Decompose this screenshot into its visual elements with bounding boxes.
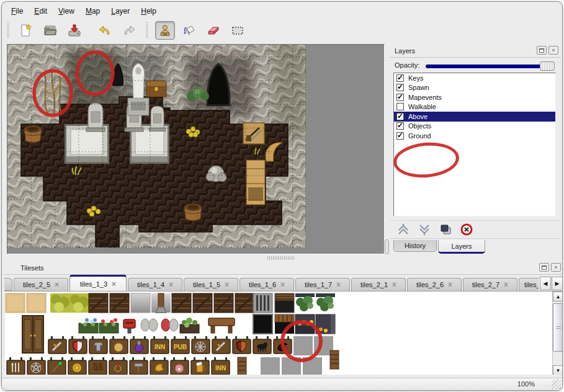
menu-item-layer[interactable]: Layer <box>105 5 135 17</box>
tileset-tile-blackdoor[interactable] <box>253 314 272 334</box>
fill-tool-button[interactable] <box>179 21 199 40</box>
map-canvas[interactable] <box>7 45 384 254</box>
layer-row-ground[interactable]: ✓Ground <box>394 131 555 141</box>
tileset-tab-tiles_1_6[interactable]: tiles_1_6× <box>239 278 294 291</box>
tileset-tab-tiles_2_1[interactable]: tiles_2_1× <box>351 278 406 291</box>
tileset-tile-sign_shield[interactable] <box>69 336 87 354</box>
tileset-tile-mailbox[interactable] <box>123 319 135 333</box>
layer-visibility-checkbox[interactable]: ✓ <box>396 113 404 120</box>
tab-close-icon[interactable]: × <box>112 280 116 288</box>
tileset-tile-plank[interactable] <box>172 293 191 313</box>
tileset-tile-sign_ring[interactable] <box>109 357 127 375</box>
tileset-image[interactable]: INNPUBINN <box>5 292 551 375</box>
tileset-tab-tiles_2_5[interactable]: tiles_2_5× <box>14 278 68 291</box>
tileset-tile-sign_beer[interactable] <box>191 357 209 375</box>
tileset-tile-sand[interactable] <box>27 293 46 313</box>
toolbar-grip[interactable] <box>7 22 9 38</box>
tileset-tile-sign_utensils[interactable] <box>7 357 25 375</box>
tab-close-icon[interactable]: × <box>392 281 396 288</box>
layer-row-spawn[interactable]: ✓Spawn <box>394 83 555 93</box>
select-tool-button[interactable] <box>228 21 248 40</box>
tileset-tile-oval_red[interactable] <box>161 319 178 331</box>
layer-row-objects[interactable]: ✓Objects <box>394 122 555 131</box>
close-panel-button[interactable]: × <box>548 46 558 55</box>
tileset-tile-sign_hangpouch[interactable] <box>171 357 189 375</box>
menu-item-help[interactable]: Help <box>135 5 162 17</box>
float-panel-button[interactable] <box>539 263 549 272</box>
tileset-tile-plank[interactable] <box>89 293 108 313</box>
eraser-tool-button[interactable] <box>204 21 223 40</box>
tileset-tile-flowers_blue[interactable] <box>79 318 98 333</box>
tileset-tile-plank[interactable] <box>235 293 254 313</box>
tileset-tile-sign_hammer[interactable] <box>130 357 148 375</box>
tileset-tab-tiles_1_3[interactable]: tiles_1_3× <box>69 275 127 291</box>
scrollbar-thumb[interactable] <box>553 303 563 352</box>
tileset-tile-sign_inn[interactable]: INN <box>151 336 169 354</box>
tileset-tab-tiles_2[interactable]: tiles_2× <box>519 278 539 291</box>
tileset-tile-graygrad[interactable] <box>131 293 150 313</box>
tileset-tile-sign_armor[interactable] <box>89 336 107 354</box>
save-map-button[interactable] <box>65 21 84 40</box>
tileset-tile-gray[interactable] <box>261 357 280 375</box>
tab-close-icon[interactable]: × <box>225 281 229 288</box>
tileset-tile-sign_pub[interactable]: PUB <box>171 336 189 354</box>
tileset-tile-greenhang[interactable] <box>316 293 335 311</box>
tileset-tab-tiles_2_7[interactable]: tiles_2_7× <box>463 278 517 291</box>
new-map-button[interactable] <box>16 21 36 40</box>
scroll-tabs-right-button[interactable]: ▶ <box>552 277 563 290</box>
tileset-tile-bush[interactable] <box>69 293 89 313</box>
tileset-tile-door[interactable] <box>22 316 43 353</box>
float-panel-button[interactable] <box>537 46 547 55</box>
tileset-tile-sign_sword[interactable] <box>48 336 66 354</box>
tileset-tab-tiles_2_6[interactable]: tiles_2_6× <box>407 278 462 291</box>
resize-grip[interactable] <box>552 380 561 389</box>
tileset-tile-shutter[interactable] <box>275 293 294 313</box>
close-panel-button[interactable]: × <box>551 263 561 272</box>
tileset-tile-post[interactable] <box>151 293 171 313</box>
tileset-tile-bush[interactable] <box>50 293 69 313</box>
tileset-tab-tiles_1_5[interactable]: tiles_1_5× <box>184 278 238 291</box>
tileset-viewport[interactable]: INNPUBINN ▲ ▼ <box>5 291 563 375</box>
layer-visibility-checkbox[interactable]: ✓ <box>396 122 404 130</box>
move-layer-down-button[interactable] <box>417 222 432 237</box>
tab-close-icon[interactable]: × <box>169 281 173 288</box>
menu-item-map[interactable]: Map <box>80 5 105 17</box>
tileset-tile-sign_sword[interactable] <box>212 336 230 354</box>
vertical-splitter-handle[interactable] <box>385 239 389 254</box>
tilesets-panel-titlebar[interactable]: Tilesets × <box>4 261 563 275</box>
tileset-tile-ovals[interactable] <box>141 319 158 331</box>
tileset-tile-post_tall[interactable] <box>330 350 339 369</box>
clipped-tab-stub[interactable] <box>4 278 12 291</box>
tileset-tab-tiles_1_4[interactable]: tiles_1_4× <box>128 278 182 291</box>
layer-visibility-checkbox[interactable] <box>396 103 404 110</box>
tileset-tile-sign_pentagram[interactable] <box>27 357 45 375</box>
tileset-tab-tiles_1_7[interactable]: tiles_1_7× <box>295 278 350 291</box>
menu-item-edit[interactable]: Edit <box>29 5 53 17</box>
toolbar-grip[interactable] <box>146 22 148 38</box>
move-layer-up-button[interactable] <box>396 222 411 237</box>
layer-row-above[interactable]: ✓Above <box>394 112 555 122</box>
menu-item-view[interactable]: View <box>53 5 80 17</box>
opacity-slider[interactable] <box>426 61 555 71</box>
open-map-button[interactable] <box>40 21 60 40</box>
tab-close-icon[interactable]: × <box>448 281 452 288</box>
tileset-tile-post_tall[interactable] <box>238 357 246 375</box>
tileset-tile-plank[interactable] <box>110 293 129 313</box>
tileset-tile-flowers_green[interactable] <box>180 318 199 333</box>
delete-layer-button[interactable] <box>459 222 474 237</box>
tileset-tile-sign_boots[interactable] <box>89 357 107 375</box>
tab-close-icon[interactable]: × <box>504 281 508 288</box>
tileset-tile-sign_horse[interactable] <box>253 336 271 354</box>
tileset-tile-sign_pouch[interactable] <box>110 336 128 354</box>
tileset-tile-greenhang[interactable] <box>295 293 315 311</box>
scroll-up-button[interactable]: ▲ <box>553 292 563 301</box>
tab-close-icon[interactable]: × <box>55 281 59 288</box>
tileset-tile-flowers_red[interactable] <box>99 318 119 333</box>
layer-row-mapevents[interactable]: ✓Mapevents <box>394 92 555 102</box>
tileset-tile-sign_inn2[interactable]: INN <box>212 357 230 375</box>
redo-button[interactable] <box>119 21 139 40</box>
tileset-tile-sign_potion[interactable] <box>130 336 148 354</box>
tileset-tile-table[interactable] <box>208 318 235 333</box>
stamp-tool-button[interactable] <box>155 21 175 40</box>
tileset-tile-plank[interactable] <box>193 293 212 313</box>
